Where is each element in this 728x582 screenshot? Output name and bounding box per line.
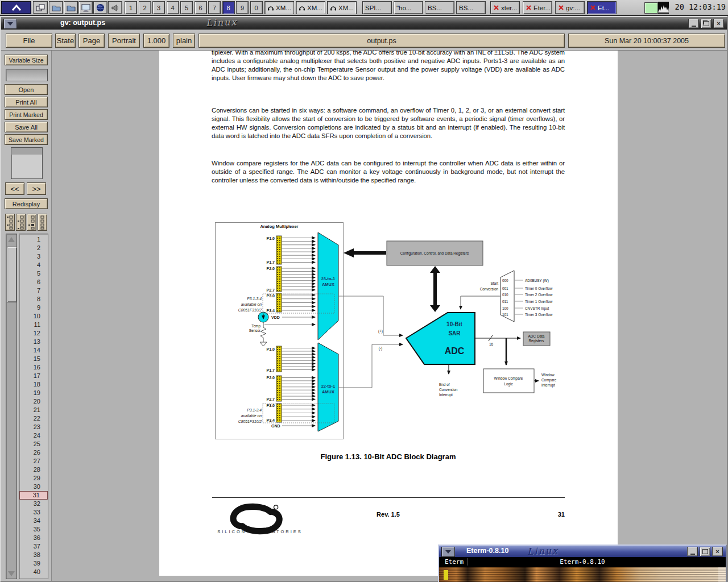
page-list-scrollbar[interactable] — [6, 234, 17, 579]
redisplay-button[interactable]: Redisplay — [5, 198, 48, 209]
page-list-item-35[interactable]: 35 — [19, 525, 48, 534]
workspace-button-0[interactable]: 0 — [250, 1, 263, 14]
workspace-button-7[interactable]: 7 — [208, 1, 221, 14]
page-menu-button[interactable]: Page — [78, 34, 105, 48]
page-list-item-19[interactable]: 19 — [19, 389, 48, 397]
taskbar-app-gv[interactable]: gv:... — [555, 1, 585, 14]
volume-button[interactable] — [108, 1, 122, 14]
page-list-item-30[interactable]: 30 — [19, 483, 48, 491]
filename-field[interactable]: output.ps — [198, 34, 565, 48]
window-list-button[interactable] — [33, 1, 48, 14]
mark-odd-pages-button[interactable] — [16, 214, 26, 231]
media-button[interactable]: plain — [173, 34, 195, 48]
workspace-button-4[interactable]: 4 — [167, 1, 179, 14]
page-list-item-21[interactable]: 21 — [19, 406, 48, 414]
file-manager-button-2[interactable] — [64, 1, 78, 14]
page-list-item-5[interactable]: 5 — [19, 269, 48, 278]
page-list-item-2[interactable]: 2 — [19, 244, 48, 252]
page-list-item-18[interactable]: 18 — [19, 380, 48, 389]
save-all-button[interactable]: Save All — [5, 122, 48, 132]
maximize-button[interactable] — [701, 19, 712, 28]
scale-button[interactable]: 1.000 — [143, 34, 169, 48]
load-monitor[interactable] — [658, 2, 669, 16]
page-list-item-6[interactable]: 6 — [19, 278, 48, 286]
taskbar-app-xmms-1[interactable]: XM... — [264, 1, 294, 14]
taskbar-app-eterm[interactable]: Eter... — [523, 1, 552, 14]
state-menu-button[interactable]: State — [55, 34, 76, 48]
scroll-up-icon[interactable] — [7, 235, 15, 243]
page-list-item-9[interactable]: 9 — [19, 304, 48, 312]
page-list-item-4[interactable]: 4 — [19, 261, 48, 269]
page-list-item-27[interactable]: 27 — [19, 457, 48, 465]
page-list-item-17[interactable]: 17 — [19, 372, 48, 380]
print-all-button[interactable]: Print All — [5, 97, 48, 107]
page-list-item-25[interactable]: 25 — [19, 440, 48, 448]
page-list-item-8[interactable]: 8 — [19, 295, 48, 304]
page-list-item-40[interactable]: 40 — [19, 568, 48, 576]
close-button[interactable]: × — [713, 19, 724, 28]
unmark-all-button[interactable] — [38, 214, 47, 231]
page-list-item-13[interactable]: 13 — [19, 338, 48, 346]
page-list-item-1[interactable]: 1 — [19, 235, 48, 244]
save-marked-button[interactable]: Save Marked — [5, 134, 48, 145]
prev-page-button[interactable]: << — [5, 182, 24, 195]
workspace-button-9[interactable]: 9 — [236, 1, 249, 14]
start-menu-button[interactable] — [1, 1, 31, 14]
file-menu-button[interactable]: File — [6, 34, 52, 48]
workspace-button-1[interactable]: 1 — [125, 1, 137, 14]
minimize-button[interactable] — [688, 19, 699, 28]
page-list-item-38[interactable]: 38 — [19, 551, 48, 559]
eterm-scrollbar[interactable] — [718, 567, 726, 582]
page-list-item-7[interactable]: 7 — [19, 286, 48, 295]
page-list-item-24[interactable]: 24 — [19, 431, 48, 440]
page-list-item-16[interactable]: 16 — [19, 363, 48, 372]
window-menu-button[interactable] — [441, 547, 455, 557]
terminal-button[interactable] — [78, 1, 93, 14]
mark-even-pages-button[interactable] — [5, 214, 15, 231]
print-marked-button[interactable]: Print Marked — [5, 109, 48, 120]
scroll-down-icon[interactable] — [7, 569, 15, 577]
page-list-item-29[interactable]: 29 — [19, 474, 48, 483]
page-list-item-3[interactable]: 3 — [19, 252, 48, 261]
web-browser-button[interactable] — [93, 1, 107, 14]
page-list-item-23[interactable]: 23 — [19, 423, 48, 431]
gv-titlebar[interactable]: gv: output.ps Linux × — [1, 17, 727, 30]
page-locator[interactable] — [11, 147, 43, 179]
workspace-button-2[interactable]: 2 — [139, 1, 151, 14]
minimize-button[interactable] — [687, 547, 698, 556]
taskbar-app-eterm-active[interactable]: Et... — [587, 1, 617, 14]
pager-widget[interactable] — [644, 2, 658, 14]
mark-current-page-button[interactable] — [27, 214, 36, 231]
workspace-button-3[interactable]: 3 — [152, 1, 165, 14]
close-button[interactable]: × — [712, 547, 723, 556]
orientation-button[interactable]: Portrait — [108, 34, 140, 48]
eterm-titlebar[interactable]: Eterm-0.8.10 Linux × — [439, 546, 726, 557]
page-list-item-22[interactable]: 22 — [19, 414, 48, 423]
page-list-item-14[interactable]: 14 — [19, 346, 48, 355]
taskbar-app-xterm[interactable]: xter... — [490, 1, 520, 14]
workspace-button-6[interactable]: 6 — [195, 1, 207, 14]
open-button[interactable]: Open — [5, 84, 48, 95]
page-list-item-36[interactable]: 36 — [19, 534, 48, 542]
file-manager-button-1[interactable] — [49, 1, 63, 14]
taskbar-app-xmms-2[interactable]: XM... — [296, 1, 325, 14]
taskbar-app-xmms-3[interactable]: XM... — [327, 1, 357, 14]
page-list-item-12[interactable]: 12 — [19, 329, 48, 338]
page-list-item-10[interactable]: 10 — [19, 312, 48, 321]
window-menu-button[interactable] — [3, 19, 17, 29]
taskbar-app-ho[interactable]: "ho... — [394, 1, 423, 14]
next-page-button[interactable]: >> — [27, 182, 46, 195]
document-viewport[interactable]: tiplexer. With a maximum throughput of 2… — [52, 51, 727, 581]
workspace-button-8[interactable]: 8 — [222, 1, 235, 14]
maximize-button[interactable] — [700, 547, 710, 556]
scrollbar-thumb[interactable] — [7, 247, 17, 302]
page-list-item-11[interactable]: 11 — [19, 321, 48, 329]
page-list-item-26[interactable]: 26 — [19, 448, 48, 457]
page-list-item-28[interactable]: 28 — [19, 465, 48, 474]
page-list-item-33[interactable]: 33 — [19, 508, 48, 517]
taskbar-app-spi[interactable]: SPI... — [362, 1, 392, 14]
page-list-item-32[interactable]: 32 — [19, 500, 48, 508]
eterm-terminal-area[interactable] — [439, 567, 726, 582]
taskbar-app-bs-1[interactable]: BS... — [425, 1, 454, 14]
page-list-item-20[interactable]: 20 — [19, 397, 48, 406]
